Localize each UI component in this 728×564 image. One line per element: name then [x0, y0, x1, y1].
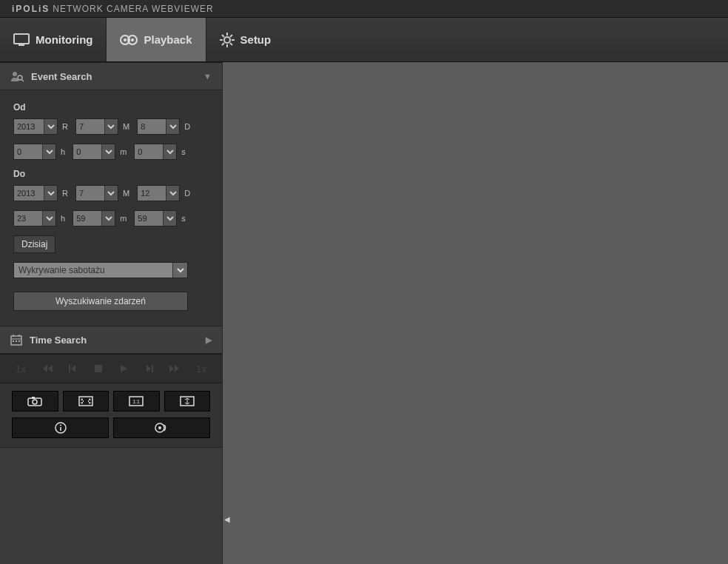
chevron-down-icon: [44, 119, 57, 134]
event-search-header[interactable]: Event Search ▼: [0, 62, 222, 90]
rewind-button[interactable]: [42, 364, 53, 373]
search-events-button[interactable]: Wyszukiwanie zdarzeń: [13, 292, 188, 311]
chevron-down-icon: [44, 186, 57, 201]
from-hour-select[interactable]: 0: [13, 144, 56, 160]
speed-right: 1x: [196, 363, 206, 375]
to-minute-select[interactable]: 59: [73, 210, 115, 226]
chevron-right-icon: ▶: [206, 335, 212, 345]
chevron-down-icon: [42, 144, 55, 159]
chevron-down-icon: [104, 119, 118, 134]
from-year-select[interactable]: 2013: [13, 118, 58, 135]
tool-row-2: [0, 414, 222, 447]
monitor-icon: [13, 33, 30, 47]
to-month-select[interactable]: 7: [75, 185, 118, 201]
chevron-down-icon: [101, 211, 115, 226]
to-year-select[interactable]: 2013: [13, 185, 58, 201]
svg-rect-27: [152, 365, 153, 372]
to-hour-select[interactable]: 23: [13, 210, 56, 226]
chevron-down-icon: [101, 144, 115, 159]
svg-rect-31: [79, 397, 92, 406]
time-search-label: Time Search: [30, 335, 87, 346]
to-date-row: 2013 R 7 M 12 D: [13, 185, 209, 201]
svg-line-17: [21, 79, 24, 81]
chevron-down-icon: [166, 119, 179, 134]
svg-point-5: [131, 38, 134, 41]
svg-rect-22: [13, 340, 14, 342]
svg-line-13: [222, 43, 224, 45]
svg-point-36: [60, 425, 61, 426]
from-second-select[interactable]: 0: [134, 144, 177, 160]
svg-text:1:1: 1:1: [132, 399, 140, 404]
sidebar-spacer: [0, 447, 222, 564]
svg-point-4: [124, 38, 127, 41]
svg-point-15: [13, 72, 17, 76]
to-day-select[interactable]: 12: [137, 185, 180, 201]
playback-icon: [120, 33, 138, 47]
svg-line-12: [230, 43, 232, 45]
original-size-button[interactable]: 1:1: [113, 391, 160, 412]
svg-line-11: [222, 35, 224, 37]
svg-rect-23: [16, 340, 17, 342]
chevron-down-icon: [172, 263, 187, 278]
speed-left: 1x: [16, 363, 26, 375]
chevron-down-icon: [163, 211, 176, 226]
from-day-select[interactable]: 8: [137, 118, 180, 135]
to-time-row: 23 h 59 m 59 s: [13, 210, 209, 226]
svg-rect-26: [95, 365, 102, 372]
event-search-body: Od 2013 R 7 M 8 D: [0, 90, 222, 326]
time-search-header[interactable]: Time Search ▶: [0, 326, 222, 354]
tab-playback-label: Playback: [144, 33, 192, 46]
svg-rect-24: [18, 340, 20, 342]
play-button[interactable]: [119, 364, 128, 373]
tab-setup-label: Setup: [240, 33, 272, 46]
info-button[interactable]: [12, 417, 109, 438]
to-label: Do: [13, 169, 209, 179]
svg-rect-37: [60, 427, 61, 431]
svg-rect-0: [14, 34, 29, 44]
step-back-button[interactable]: [69, 364, 78, 373]
chevron-down-icon: [42, 211, 55, 226]
chevron-down-icon: [166, 186, 179, 201]
from-date-row: 2013 R 7 M 8 D: [13, 118, 209, 135]
tab-monitoring[interactable]: Monitoring: [0, 18, 107, 61]
calendar-icon: [10, 334, 22, 346]
svg-rect-30: [32, 397, 35, 399]
svg-line-14: [230, 35, 232, 37]
chevron-down-icon: ▼: [203, 72, 212, 81]
backup-button[interactable]: [113, 417, 210, 438]
svg-point-29: [33, 400, 37, 404]
event-type-select[interactable]: Wykrywanie sabotażu: [13, 262, 188, 278]
today-button[interactable]: Dzisiaj: [13, 235, 55, 253]
from-minute-select[interactable]: 0: [73, 144, 115, 160]
to-second-select[interactable]: 59: [134, 210, 177, 226]
svg-rect-1: [18, 44, 24, 46]
video-area: ◀: [222, 62, 728, 564]
chevron-down-icon: [104, 186, 118, 201]
fast-forward-button[interactable]: [169, 364, 180, 373]
tab-playback[interactable]: Playback: [107, 18, 206, 61]
svg-rect-25: [69, 365, 70, 372]
tool-row-1: 1:1: [0, 383, 222, 414]
step-forward-button[interactable]: [144, 364, 153, 373]
fullscreen-button[interactable]: [164, 391, 211, 412]
gear-icon: [220, 33, 235, 47]
app-header: iPOLiS NETWORK CAMERA WEBVIEWER: [0, 0, 728, 18]
tab-setup[interactable]: Setup: [206, 18, 285, 61]
tab-monitoring-label: Monitoring: [36, 33, 92, 46]
event-search-label: Event Search: [31, 71, 92, 82]
transport-controls: 1x 1x: [0, 354, 222, 383]
main-area: Event Search ▼ Od 2013 R 7 M 8: [0, 62, 728, 564]
header-title: NETWORK CAMERA WEBVIEWER: [53, 4, 213, 14]
fit-screen-button[interactable]: [63, 391, 109, 412]
search-person-icon: [10, 70, 24, 82]
svg-point-39: [158, 426, 161, 429]
capture-button[interactable]: [12, 391, 58, 412]
sidebar: Event Search ▼ Od 2013 R 7 M 8: [0, 62, 222, 564]
from-label: Od: [13, 102, 209, 113]
collapse-sidebar-button[interactable]: ◀: [223, 510, 232, 528]
main-tabs: Monitoring Playback Setup: [0, 18, 728, 62]
from-month-select[interactable]: 7: [75, 118, 118, 135]
stop-button[interactable]: [94, 364, 103, 373]
chevron-down-icon: [163, 144, 176, 159]
from-time-row: 0 h 0 m 0 s: [13, 144, 209, 160]
